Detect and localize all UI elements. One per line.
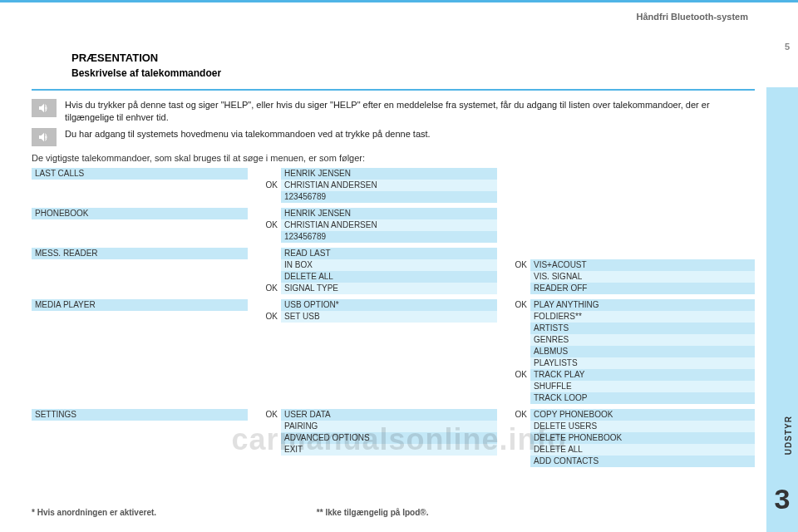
table-cell	[32, 456, 248, 467]
table-cell	[32, 180, 248, 191]
table-cell	[497, 444, 530, 456]
table-cell: CHRISTIAN ANDERSEN	[281, 219, 497, 231]
table-cell: ALBMUS	[530, 346, 755, 357]
table-row: OKSIGNAL TYPEREADER OFF	[32, 283, 755, 294]
table-row: SETTINGSOKUSER DATAOKCOPY PHONEBOOK	[32, 409, 755, 421]
table-cell: OK	[248, 409, 281, 421]
top-border	[0, 0, 798, 9]
table-cell	[281, 381, 497, 392]
content-area: PRÆSENTATION Beskrivelse af talekommando…	[32, 45, 755, 467]
table-cell	[497, 180, 530, 191]
voice-icon	[32, 99, 57, 117]
table-cell	[32, 392, 248, 404]
table-cell	[32, 323, 248, 334]
manual-page: Håndfri Bluetooth-system 5 UDSTYR 3 PRÆS…	[0, 0, 798, 532]
table-cell	[32, 357, 248, 369]
table-row: ARTISTS	[32, 323, 755, 334]
table-row: ALBMUS	[32, 346, 755, 357]
table-row: GENRES	[32, 334, 755, 346]
table-row: TRACK LOOP	[32, 392, 755, 404]
table-cell: DELETE ALL	[530, 444, 755, 456]
table-cell: EXIT	[281, 444, 497, 456]
table-cell	[248, 369, 281, 381]
table-cell	[248, 323, 281, 334]
table-cell	[32, 346, 248, 357]
table-cell: MESS. READER	[32, 248, 248, 259]
table-cell	[530, 248, 755, 259]
table-cell: HENRIK JENSEN	[281, 208, 497, 219]
table-row: PHONEBOOKHENRIK JENSEN	[32, 208, 755, 219]
table-cell: DELETE ALL	[281, 271, 497, 283]
table-cell	[497, 421, 530, 432]
table-cell: SHUFFLE	[530, 381, 755, 392]
table-cell: CHRISTIAN ANDERSEN	[281, 180, 497, 191]
table-cell	[497, 168, 530, 180]
table-cell	[248, 432, 281, 444]
table-cell	[32, 231, 248, 243]
table-cell: OK	[497, 409, 530, 421]
table-cell: PAIRING	[281, 421, 497, 432]
table-cell	[281, 392, 497, 404]
table-cell	[32, 369, 248, 381]
table-cell: READ LAST	[281, 248, 497, 259]
table-row: PLAYLISTS	[32, 357, 755, 369]
table-cell	[32, 283, 248, 294]
table-cell: GENRES	[530, 334, 755, 346]
table-row: OKSET USBFOLDIERS**	[32, 311, 755, 323]
table-cell	[248, 191, 281, 203]
table-cell	[32, 311, 248, 323]
table-cell: READER OFF	[530, 283, 755, 294]
table-cell	[248, 357, 281, 369]
table-cell	[248, 248, 281, 259]
table-cell: OK	[248, 180, 281, 191]
table-cell	[32, 219, 248, 231]
table-cell	[281, 346, 497, 357]
table-cell	[248, 299, 281, 311]
table-cell	[248, 346, 281, 357]
side-tab	[766, 87, 798, 532]
table-cell: MEDIA PLAYER	[32, 299, 248, 311]
page-title: PRÆSENTATION	[71, 52, 746, 64]
table-row: IN BOXOKVIS+ACOUST	[32, 259, 755, 271]
table-cell	[530, 219, 755, 231]
table-row: OKCHRISTIAN ANDERSEN	[32, 180, 755, 191]
table-cell	[281, 357, 497, 369]
table-cell	[281, 456, 497, 467]
table-cell	[248, 208, 281, 219]
table-cell: SETTINGS	[32, 409, 248, 421]
table-cell: SIGNAL TYPE	[281, 283, 497, 294]
table-cell	[497, 392, 530, 404]
table-cell	[497, 219, 530, 231]
voice-icon	[32, 128, 57, 146]
table-row: DELETE ALLVIS. SIGNAL	[32, 271, 755, 283]
table-row: ADVANCED OPTIONSDELETE PHONEBOOK	[32, 432, 755, 444]
table-cell: TRACK PLAY	[530, 369, 755, 381]
table-cell: OK	[497, 299, 530, 311]
page-subtitle: Beskrivelse af talekommandoer	[71, 67, 746, 79]
table-cell	[32, 444, 248, 456]
footnote-1: * Hvis anordningen er aktiveret.	[32, 508, 156, 517]
table-cell	[248, 421, 281, 432]
table-row: MESS. READERREAD LAST	[32, 248, 755, 259]
main-note: Du har adgang til systemets hovedmenu vi…	[32, 128, 755, 146]
table-cell: HENRIK JENSEN	[281, 168, 497, 180]
table-cell: PHONEBOOK	[32, 208, 248, 219]
table-cell: OK	[248, 283, 281, 294]
table-cell: DELETE USERS	[530, 421, 755, 432]
footnotes: * Hvis anordningen er aktiveret. ** Ikke…	[32, 508, 428, 517]
table-cell	[32, 191, 248, 203]
table-row: LAST CALLSHENRIK JENSEN	[32, 168, 755, 180]
table-cell: DELETE PHONEBOOK	[530, 432, 755, 444]
table-cell	[530, 180, 755, 191]
table-cell	[281, 369, 497, 381]
side-chapter-number: 3	[766, 483, 798, 515]
table-row: ADD CONTACTS	[32, 456, 755, 467]
table-cell	[497, 381, 530, 392]
help-note-text: Hvis du trykker på denne tast og siger "…	[65, 99, 755, 125]
table-cell: ADD CONTACTS	[530, 456, 755, 467]
table-row: MEDIA PLAYERUSB OPTION*OKPLAY ANYTHING	[32, 299, 755, 311]
table-cell	[248, 444, 281, 456]
main-note-text: Du har adgang til systemets hovedmenu vi…	[65, 128, 431, 140]
chapter-title: Håndfri Bluetooth-system	[637, 12, 748, 22]
table-cell	[32, 421, 248, 432]
